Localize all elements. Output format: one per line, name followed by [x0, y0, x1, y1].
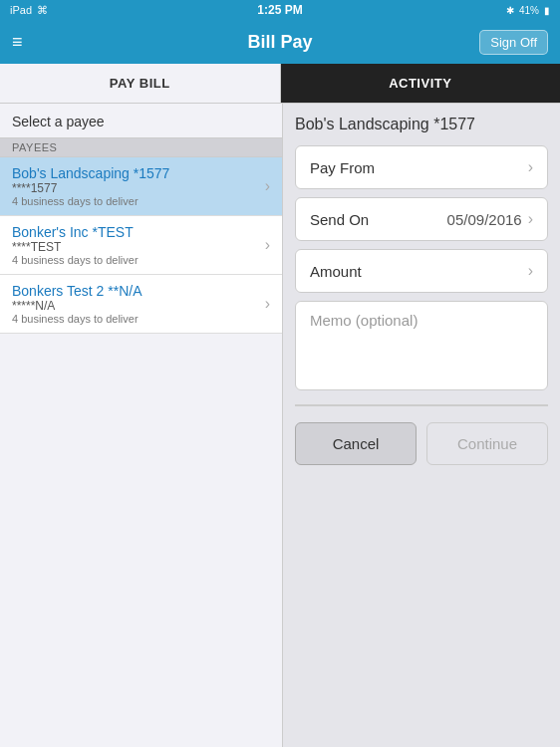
amount-row[interactable]: Amount ›: [295, 249, 548, 293]
bluetooth-icon: ✱: [506, 5, 514, 16]
send-on-row[interactable]: Send On 05/09/2016 ›: [295, 197, 548, 241]
payee-name: Bonkers Test 2 **N/A: [12, 283, 141, 299]
payee-item[interactable]: Bonker's Inc *TEST ****TEST 4 business d…: [0, 216, 282, 275]
chevron-right-icon: ›: [265, 177, 270, 195]
cancel-button[interactable]: Cancel: [295, 422, 417, 465]
battery-icon: ▮: [544, 5, 550, 16]
wifi-icon: ⌘: [37, 4, 48, 17]
right-panel: Bob's Landscaping *1577 Pay From › Send …: [283, 104, 560, 747]
payees-section-header: PAYEES: [0, 137, 282, 157]
memo-label: Memo (optional): [310, 312, 418, 329]
amount-chevron-icon: ›: [528, 262, 533, 280]
payee-account: *****N/A: [12, 299, 141, 313]
payee-name: Bonker's Inc *TEST: [12, 224, 139, 240]
memo-box[interactable]: Memo (optional): [295, 301, 548, 390]
app-header: ≡ Bill Pay Sign Off: [0, 20, 560, 64]
divider: [295, 404, 548, 406]
buttons-row: Cancel Continue: [295, 422, 548, 465]
sign-off-button[interactable]: Sign Off: [479, 30, 548, 55]
payee-list: Bob's Landscaping *1577 ****1577 4 busin…: [0, 157, 282, 747]
status-bar-right: ✱ 41% ▮: [506, 5, 550, 16]
status-bar-left: iPad ⌘: [10, 4, 48, 17]
payee-account: ****TEST: [12, 240, 139, 254]
payee-account: ****1577: [12, 181, 169, 195]
selected-payee-name: Bob's Landscaping *1577: [295, 116, 548, 133]
chevron-right-icon: ›: [265, 295, 270, 313]
tab-bar: PAY BILL ACTIVITY: [0, 64, 560, 104]
chevron-right-icon: ›: [265, 236, 270, 254]
select-payee-label: Select a payee: [0, 104, 282, 137]
app-title: Bill Pay: [247, 32, 312, 53]
tab-activity[interactable]: ACTIVITY: [281, 64, 561, 103]
status-bar: iPad ⌘ 1:25 PM ✱ 41% ▮: [0, 0, 560, 20]
pay-from-label: Pay From: [310, 159, 375, 176]
payee-item[interactable]: Bonkers Test 2 **N/A *****N/A 4 business…: [0, 275, 282, 334]
amount-label: Amount: [310, 263, 362, 280]
device-label: iPad: [10, 4, 32, 16]
send-on-chevron-icon: ›: [528, 210, 533, 228]
pay-from-chevron-icon: ›: [528, 158, 533, 176]
payee-item[interactable]: Bob's Landscaping *1577 ****1577 4 busin…: [0, 157, 282, 216]
payee-name: Bob's Landscaping *1577: [12, 165, 169, 181]
send-on-value: 05/09/2016: [447, 211, 522, 228]
payee-delivery: 4 business days to deliver: [12, 195, 169, 207]
payee-delivery: 4 business days to deliver: [12, 254, 139, 266]
status-bar-time: 1:25 PM: [257, 3, 302, 17]
continue-button: Continue: [426, 422, 548, 465]
menu-icon[interactable]: ≡: [12, 32, 23, 53]
send-on-label: Send On: [310, 211, 369, 228]
tab-pay-bill[interactable]: PAY BILL: [0, 64, 281, 103]
battery-label: 41%: [519, 5, 539, 16]
main-layout: Select a payee PAYEES Bob's Landscaping …: [0, 104, 560, 747]
pay-from-row[interactable]: Pay From ›: [295, 145, 548, 189]
left-panel: Select a payee PAYEES Bob's Landscaping …: [0, 104, 283, 747]
payee-delivery: 4 business days to deliver: [12, 313, 141, 325]
